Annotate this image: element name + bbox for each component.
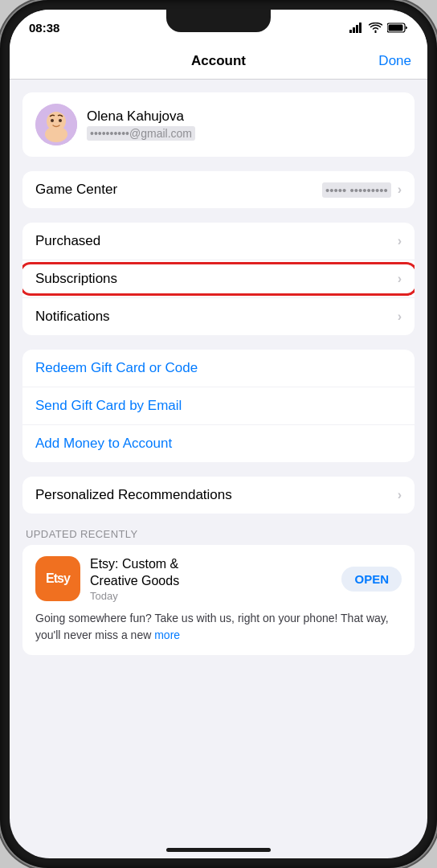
app-name: Etsy: Custom &Creative Goods (90, 556, 332, 590)
game-center-chevron: › (398, 182, 402, 197)
send-gift-label: Send Gift Card by Email (35, 398, 402, 414)
subscriptions-label: Subscriptions (35, 271, 398, 287)
notifications-row[interactable]: Notifications › (22, 298, 415, 335)
personalized-chevron: › (398, 488, 402, 502)
game-center-card: Game Center ••••• ••••••••• › (22, 171, 415, 208)
svg-rect-3 (359, 23, 361, 33)
svg-rect-1 (353, 27, 355, 33)
app-date: Today (90, 590, 332, 602)
nav-title: Account (61, 53, 376, 69)
options-card: Purchased › Subscriptions › Notification… (22, 223, 415, 335)
profile-row[interactable]: Olena Kahujova ••••••••••@gmail.com (22, 92, 415, 157)
phone-screen: 08:38 (10, 10, 427, 858)
svg-point-10 (59, 119, 62, 122)
open-button[interactable]: OPEN (341, 567, 402, 592)
profile-email: ••••••••••@gmail.com (87, 126, 195, 141)
personalized-row[interactable]: Personalized Recommendations › (22, 477, 415, 514)
game-center-value: ••••• ••••••••• (322, 182, 391, 198)
svg-rect-5 (389, 24, 403, 31)
avatar-image (35, 104, 77, 145)
purchased-chevron: › (398, 234, 402, 248)
purchased-label: Purchased (35, 233, 398, 249)
app-row: Etsy Etsy: Custom &Creative Goods Today … (22, 545, 415, 655)
app-more-link[interactable]: more (154, 628, 180, 641)
add-money-row[interactable]: Add Money to Account (22, 425, 415, 462)
nav-bar: Account Done (10, 45, 427, 80)
signal-icon (349, 23, 364, 33)
game-center-row[interactable]: Game Center ••••• ••••••••• › (22, 171, 415, 208)
svg-point-9 (51, 119, 54, 122)
redeem-gift-row[interactable]: Redeem Gift Card or Code (22, 350, 415, 387)
subscriptions-row[interactable]: Subscriptions › (22, 260, 415, 298)
purchased-row[interactable]: Purchased › (22, 223, 415, 260)
personalized-label: Personalized Recommendations (35, 487, 398, 503)
game-center-label: Game Center (35, 182, 322, 198)
notifications-label: Notifications (35, 309, 398, 325)
home-indicator (166, 848, 271, 852)
content-area: Olena Kahujova ••••••••••@gmail.com Game… (10, 80, 427, 850)
notch (166, 10, 271, 32)
send-gift-row[interactable]: Send Gift Card by Email (22, 387, 415, 425)
status-icons (349, 23, 408, 33)
status-bar: 08:38 (10, 10, 427, 45)
app-description: Going somewhere fun? Take us with us, ri… (35, 610, 402, 644)
avatar (35, 104, 77, 145)
app-info-row: Etsy Etsy: Custom &Creative Goods Today … (35, 556, 402, 602)
profile-info: Olena Kahujova ••••••••••@gmail.com (87, 108, 195, 141)
profile-card: Olena Kahujova ••••••••••@gmail.com (22, 92, 415, 157)
done-button[interactable]: Done (376, 53, 411, 69)
notifications-chevron: › (398, 309, 402, 324)
svg-rect-0 (349, 30, 352, 33)
svg-rect-2 (356, 25, 358, 33)
profile-name: Olena Kahujova (87, 108, 195, 125)
subscriptions-chevron: › (398, 272, 402, 286)
section-header: UPDATED RECENTLY (22, 528, 415, 545)
app-meta: Etsy: Custom &Creative Goods Today (90, 556, 332, 602)
links-card: Redeem Gift Card or Code Send Gift Card … (22, 350, 415, 462)
battery-icon (387, 23, 408, 33)
updated-section: UPDATED RECENTLY Etsy Etsy: Custom &Crea… (22, 528, 415, 655)
app-card: Etsy Etsy: Custom &Creative Goods Today … (22, 545, 415, 655)
etsy-app-icon: Etsy (35, 556, 80, 601)
phone-frame: 08:38 (0, 0, 437, 868)
redeem-gift-label: Redeem Gift Card or Code (35, 360, 402, 376)
wifi-icon (369, 23, 382, 33)
status-time: 08:38 (29, 21, 59, 35)
personalized-card: Personalized Recommendations › (22, 477, 415, 514)
add-money-label: Add Money to Account (35, 436, 402, 452)
svg-point-8 (45, 126, 67, 142)
